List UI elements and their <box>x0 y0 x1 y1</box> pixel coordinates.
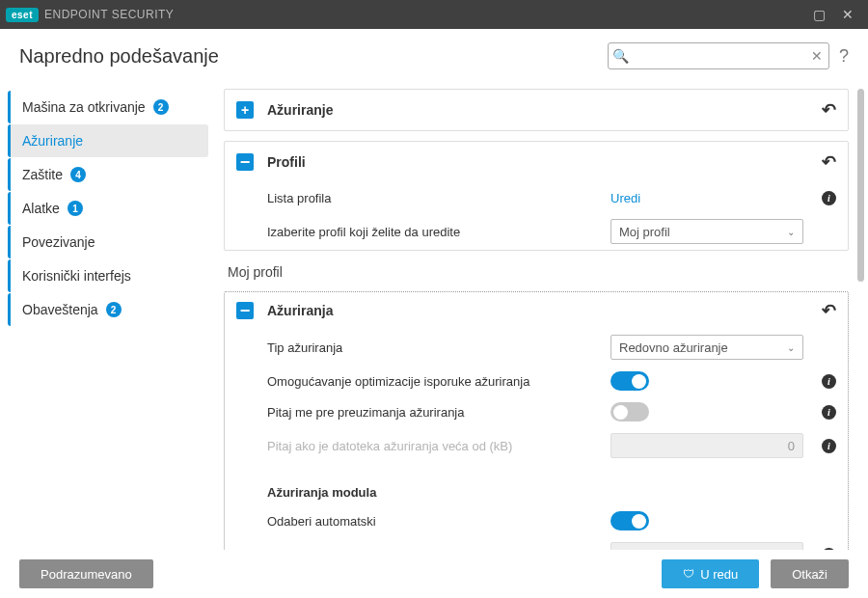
sidebar-item-connectivity[interactable]: Povezivanje <box>8 226 208 258</box>
sidebar-badge: 2 <box>153 99 169 115</box>
delivery-opt-toggle[interactable] <box>610 371 649 391</box>
panel-title: Ažuriranja <box>267 303 333 318</box>
scrollbar[interactable] <box>857 89 864 544</box>
ok-button[interactable]: 🛡 U redu <box>662 559 759 588</box>
titlebar: eset ENDPOINT SECURITY ▢ ✕ <box>0 0 868 29</box>
ask-before-download-label: Pitaj me pre preuzimanja ažuriranja <box>267 405 610 420</box>
sidebar-item-protections[interactable]: Zaštite 4 <box>8 158 208 191</box>
profile-list-label: Lista profila <box>267 191 610 205</box>
revert-icon[interactable]: ↶ <box>822 99 836 121</box>
update-type-select[interactable]: Redovno ažuriranje ⌄ <box>610 335 803 360</box>
window-close-button[interactable]: ✕ <box>833 0 862 29</box>
panel-updates: − Ažuriranja ↶ Tip ažuriranja Redovno až… <box>224 291 849 550</box>
choose-profile-label: Izaberite profil koji želite da uredite <box>267 225 610 239</box>
cancel-button[interactable]: Otkaži <box>771 559 849 588</box>
chevron-down-icon: ⌄ <box>787 227 795 237</box>
collapse-icon[interactable]: − <box>236 302 254 319</box>
sidebar-item-label: Alatke <box>22 201 60 216</box>
sidebar-badge: 1 <box>68 201 83 216</box>
auto-select-toggle[interactable] <box>610 511 649 530</box>
sidebar: Mašina za otkrivanje 2 Ažuriranje Zaštit… <box>0 83 208 550</box>
sidebar-badge: 4 <box>70 167 86 182</box>
edit-profiles-link[interactable]: Uredi <box>610 191 640 205</box>
profile-select[interactable]: Moj profil ⌄ <box>610 219 803 244</box>
sidebar-item-label: Ažuriranje <box>22 133 83 149</box>
sidebar-item-label: Povezivanje <box>22 234 95 250</box>
sidebar-item-label: Zaštite <box>22 167 63 182</box>
sidebar-item-label: Korisnički interfejs <box>22 268 131 284</box>
help-button[interactable]: ? <box>839 46 849 67</box>
sidebar-item-detection-engine[interactable]: Mašina za otkrivanje 2 <box>8 91 208 123</box>
clear-search-icon[interactable]: ✕ <box>805 48 828 64</box>
custom-server-field: Odaberi automatski <box>610 542 803 550</box>
chevron-down-icon: ⌄ <box>787 342 795 353</box>
sidebar-item-notifications[interactable]: Obaveštenja 2 <box>8 293 208 326</box>
panel-title: Ažuriranje <box>267 102 333 118</box>
panel-title: Profili <box>267 154 306 170</box>
sidebar-item-tools[interactable]: Alatke 1 <box>8 192 208 225</box>
collapse-icon[interactable]: − <box>236 153 254 171</box>
ask-size-field: 0 <box>610 433 803 458</box>
sidebar-item-label: Obaveštenja <box>22 302 98 317</box>
panel-profiles: − Profili ↶ Lista profila Uredi i Izaber… <box>224 141 849 251</box>
modules-section-title: Ažuriranja modula <box>225 464 848 505</box>
info-icon[interactable]: i <box>822 439 836 453</box>
ask-before-download-toggle[interactable] <box>610 402 649 421</box>
revert-icon[interactable]: ↶ <box>822 300 836 321</box>
info-icon[interactable]: i <box>822 374 836 389</box>
panel-update: + Ažuriranje ↶ <box>224 89 849 131</box>
ask-size-label: Pitaj ako je datoteka ažuriranja veća od… <box>267 439 610 453</box>
sidebar-badge: 2 <box>106 302 122 317</box>
main-content: + Ažuriranje ↶ − Profili ↶ Lista profila… <box>208 83 868 550</box>
expand-icon[interactable]: + <box>236 101 254 119</box>
update-type-label: Tip ažuriranja <box>267 340 610 355</box>
sidebar-item-label: Mašina za otkrivanje <box>22 99 146 115</box>
default-button[interactable]: Podrazumevano <box>19 559 153 588</box>
auto-select-label: Odaberi automatski <box>267 514 610 529</box>
info-icon[interactable]: i <box>822 191 836 205</box>
brand-text: ENDPOINT SECURITY <box>44 8 174 21</box>
sidebar-item-update[interactable]: Ažuriranje <box>8 124 208 157</box>
scrollbar-thumb[interactable] <box>857 89 864 282</box>
sidebar-item-ui[interactable]: Korisnički interfejs <box>8 259 208 292</box>
shield-icon: 🛡 <box>683 567 694 581</box>
page-title: Napredno podešavanje <box>19 45 219 68</box>
search-box[interactable]: 🔍 ✕ <box>608 42 829 69</box>
brand-badge: eset <box>6 8 39 22</box>
header: Napredno podešavanje 🔍 ✕ ? <box>0 29 868 79</box>
info-icon[interactable]: i <box>822 405 836 420</box>
window-maximize-button[interactable]: ▢ <box>804 0 833 29</box>
footer: Podrazumevano 🛡 U redu Otkaži <box>0 550 868 598</box>
revert-icon[interactable]: ↶ <box>822 151 836 173</box>
search-icon: 🔍 <box>609 48 634 64</box>
search-input[interactable] <box>634 49 805 64</box>
profile-heading: Moj profil <box>224 260 849 287</box>
delivery-opt-label: Omogućavanje optimizacije isporuke ažuri… <box>267 374 610 389</box>
